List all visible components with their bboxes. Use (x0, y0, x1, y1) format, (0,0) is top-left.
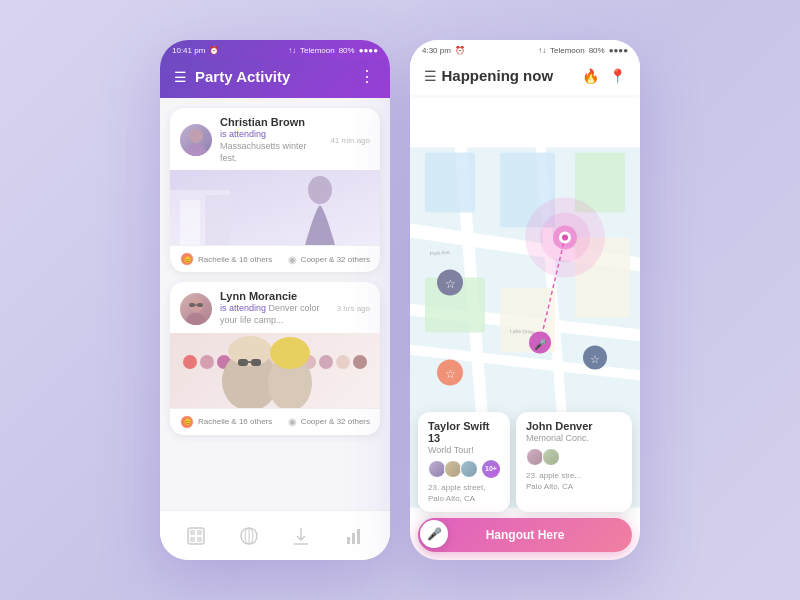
signal-icon-right: ↑↓ (538, 46, 546, 55)
card2-footer-right: Cooper & 32 others (301, 417, 370, 426)
nav-download[interactable] (292, 527, 310, 545)
avatar-lynn (180, 293, 212, 325)
card2-desc: is attending Denver color your life camp… (220, 303, 329, 326)
svg-rect-23 (190, 530, 195, 535)
event-title-1: Taylor Swift 13 (428, 420, 500, 444)
card1-desc: is attending Massachusetts winter fest. (220, 129, 322, 164)
hangout-button[interactable]: Hangout Here (418, 518, 632, 552)
event-title-2: John Denver (526, 420, 622, 432)
svg-rect-6 (180, 200, 200, 245)
event-address-1: 23. apple street, Palo Alto, CA (428, 482, 500, 504)
attendee-avatar-3 (460, 460, 478, 478)
right-page-title: Happening now (441, 67, 553, 84)
avatar-christian (180, 124, 212, 156)
status-bar-left: 10:41 pm ⏰ ↑↓ Telemoon 80% ●●●● (160, 40, 390, 59)
svg-point-21 (270, 337, 310, 369)
svg-rect-16 (238, 359, 248, 366)
card2-footer-left: Rachelle & 16 others (198, 417, 272, 426)
alarm-icon-right: ⏰ (455, 46, 465, 55)
bottom-nav-left (160, 510, 390, 560)
more-icon-left[interactable]: ⋮ (359, 67, 376, 86)
svg-rect-26 (197, 537, 202, 542)
svg-text:Lake Drive: Lake Drive (510, 328, 534, 335)
nav-gallery[interactable] (187, 527, 205, 545)
svg-rect-33 (352, 533, 355, 544)
card1-footer-right: Cooper & 32 others (301, 255, 370, 264)
svg-point-1 (186, 144, 206, 156)
card1-footer-left: Rachelle & 16 others (198, 255, 272, 264)
event-card-taylor[interactable]: Taylor Swift 13 World Tour! 10+ 23. appl… (418, 412, 510, 512)
svg-text:🎤: 🎤 (534, 338, 547, 351)
card1-footer: 😊 Rachelle & 16 others ◉ Cooper & 32 oth… (170, 245, 380, 272)
svg-rect-25 (190, 537, 195, 542)
time-right: 4:30 pm (422, 46, 451, 55)
svg-rect-24 (197, 530, 202, 535)
signal-dots: ●●●● (359, 46, 378, 55)
carrier-right: Telemoon (550, 46, 585, 55)
footer-avatar-1: 😊 (180, 252, 194, 266)
svg-point-0 (189, 129, 203, 143)
nav-stats[interactable] (345, 527, 363, 545)
activity-card-2[interactable]: Lynn Morancie is attending Denver color … (170, 282, 380, 435)
right-phone: 4:30 pm ⏰ ↑↓ Telemoon 80% ●●●● ☰ Happeni… (410, 40, 640, 560)
hamburger-icon-left[interactable]: ☰ (174, 70, 187, 84)
attendee-avatar-5 (542, 448, 560, 466)
battery-right: 80% (589, 46, 605, 55)
alarm-icon: ⏰ (209, 46, 219, 55)
signal-icon: ↑↓ (288, 46, 296, 55)
hamburger-icon-right[interactable]: ☰ (424, 68, 437, 84)
svg-rect-34 (357, 529, 360, 544)
event-subtitle-2: Memorial Conc. (526, 433, 622, 443)
time-left: 10:41 pm (172, 46, 205, 55)
location-icon-header[interactable]: 📍 (609, 68, 626, 84)
fire-icon[interactable]: 🔥 (582, 68, 599, 84)
activity-card-1[interactable]: Christian Brown is attending Massachuset… (170, 108, 380, 272)
svg-point-9 (186, 313, 206, 325)
svg-text:☆: ☆ (445, 277, 456, 291)
left-header: ☰ Party Activity ⋮ (160, 59, 390, 98)
svg-rect-32 (347, 537, 350, 544)
svg-text:☆: ☆ (445, 367, 456, 381)
footer-avatar-2: 😊 (180, 415, 194, 429)
svg-text:☆: ☆ (590, 353, 600, 365)
battery-left: 80% (339, 46, 355, 55)
event-address-2: 23. apple stre... Palo Alto, CA (526, 470, 622, 492)
status-bar-right: 4:30 pm ⏰ ↑↓ Telemoon 80% ●●●● (410, 40, 640, 59)
left-page-title: Party Activity (195, 68, 290, 85)
card2-time: 3 hrs ago (337, 304, 370, 313)
card1-image (170, 170, 380, 245)
svg-rect-10 (189, 303, 195, 307)
carrier-left: Telemoon (300, 46, 335, 55)
card2-name: Lynn Morancie (220, 290, 329, 303)
card1-event: Massachusetts winter fest. (220, 141, 307, 163)
card1-time: 41 min ago (330, 136, 370, 145)
card1-name: Christian Brown (220, 116, 322, 129)
attendee-count: 10+ (482, 460, 500, 478)
activity-feed: Christian Brown is attending Massachuset… (160, 98, 390, 510)
event-card-john[interactable]: John Denver Memorial Conc. 23. apple str… (516, 412, 632, 512)
svg-rect-45 (425, 153, 475, 213)
signal-dots-right: ●●●● (609, 46, 628, 55)
music-icon: ◉ (288, 254, 297, 265)
map-area: Park Ave Lake Drive ☆ 🎤 ☆ ☆ 🎤 (410, 95, 640, 560)
card2-footer: 😊 Rachelle & 16 others ◉ Cooper & 32 oth… (170, 408, 380, 435)
right-header: ☰ Happening now 🔥 📍 (410, 59, 640, 95)
svg-rect-11 (197, 303, 203, 307)
music-icon-2: ◉ (288, 416, 297, 427)
card1-action: is attending (220, 129, 266, 139)
svg-rect-7 (205, 195, 230, 245)
left-phone: 10:41 pm ⏰ ↑↓ Telemoon 80% ●●●● ☰ Party … (160, 40, 390, 560)
event-avatars-2 (526, 448, 622, 466)
event-subtitle-1: World Tour! (428, 445, 500, 455)
nav-explore[interactable] (240, 527, 258, 545)
svg-rect-17 (251, 359, 261, 366)
card2-image (170, 333, 380, 408)
card2-action: is attending (220, 303, 266, 313)
event-avatars-1: 10+ (428, 460, 500, 478)
mic-button[interactable]: 🎤 (420, 520, 448, 548)
